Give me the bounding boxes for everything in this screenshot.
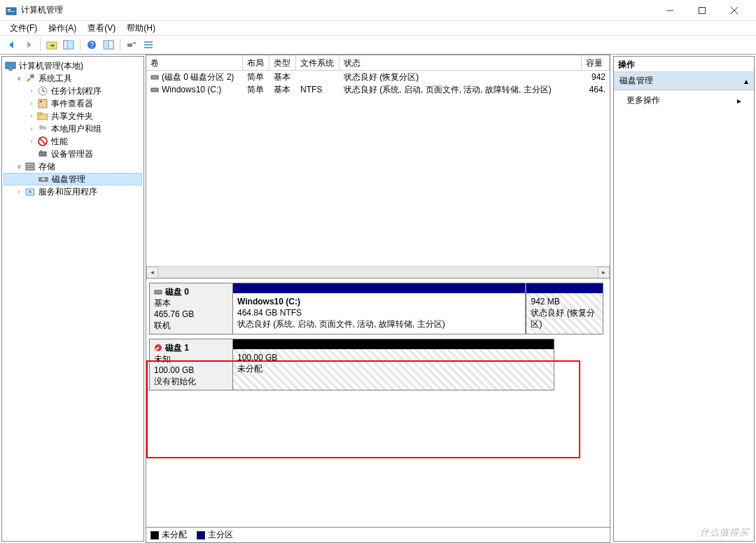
chevron-right-icon: ▸ — [737, 96, 741, 106]
volume-header[interactable]: 卷 布局 类型 文件系统 状态 容量 — [146, 55, 610, 71]
tree-system-tools[interactable]: ∨ 系统工具 — [4, 72, 142, 85]
menu-action[interactable]: 操作(A) — [43, 21, 82, 36]
col-layout[interactable]: 布局 — [243, 55, 270, 70]
svg-rect-13 — [108, 41, 113, 49]
expand-icon[interactable]: › — [27, 125, 36, 133]
actions-panel: 操作 磁盘管理 ▴ 更多操作 ▸ — [613, 56, 755, 542]
menu-view[interactable]: 查看(V) — [82, 21, 121, 36]
tree-task-scheduler[interactable]: › 任务计划程序 — [4, 85, 142, 97]
svg-point-30 — [43, 127, 47, 130]
collapse-icon[interactable]: ∨ — [15, 74, 23, 83]
svg-point-21 — [30, 74, 34, 78]
expand-icon[interactable]: › — [27, 87, 36, 95]
users-icon — [37, 123, 48, 134]
action-more-label: 更多操作 — [626, 94, 660, 106]
col-volume[interactable]: 卷 — [146, 55, 243, 70]
tree-label: 系统工具 — [38, 73, 72, 85]
action-more[interactable]: 更多操作 ▸ — [614, 90, 754, 111]
tree[interactable]: 计算机管理(本地) ∨ 系统工具 › 任务计划程序 › 事件查看器 › 共享文件… — [2, 57, 144, 201]
volume-list[interactable]: 卷 布局 类型 文件系统 状态 容量 (磁盘 0 磁盘分区 2)简单基本状态良好… — [146, 55, 610, 278]
disk-icon — [38, 174, 49, 185]
tree-label: 服务和应用程序 — [38, 186, 97, 198]
minimize-button[interactable] — [654, 0, 686, 21]
disk-row: 磁盘 0基本465.76 GB联机Windows10 (C:)464.84 GB… — [149, 283, 607, 334]
collapse-icon[interactable]: ∨ — [15, 162, 23, 171]
disk-layout: Windows10 (C:)464.84 GB NTFS状态良好 (系统, 启动… — [232, 283, 603, 334]
swatch-primary — [197, 531, 205, 540]
volume-row[interactable]: Windows10 (C:)简单基本NTFS状态良好 (系统, 启动, 页面文件… — [146, 83, 610, 96]
partition[interactable]: Windows10 (C:)464.84 GB NTFS状态良好 (系统, 启动… — [232, 283, 526, 334]
svg-rect-2 — [8, 11, 15, 12]
actions-header: 操作 — [614, 57, 754, 72]
disk-info[interactable]: 磁盘 1未知100.00 GB没有初始化 — [149, 339, 233, 390]
expand-icon[interactable]: › — [27, 99, 36, 108]
help-button[interactable]: ? — [84, 37, 99, 52]
tree-root[interactable]: 计算机管理(本地) — [4, 59, 142, 72]
properties-button[interactable] — [101, 37, 116, 52]
refresh-button[interactable] — [124, 37, 139, 52]
up-button[interactable] — [44, 37, 59, 52]
list-button[interactable] — [141, 37, 156, 52]
svg-rect-9 — [64, 41, 67, 49]
tools-icon — [24, 73, 36, 84]
partition[interactable]: 942 MB状态良好 (恢复分区) — [526, 283, 603, 334]
tree-device-manager[interactable]: 设备管理器 — [4, 148, 142, 160]
expand-icon[interactable]: › — [15, 188, 23, 196]
disk-row: 磁盘 1未知100.00 GB没有初始化100.00 GB未分配 — [149, 339, 607, 390]
forward-button[interactable] — [21, 37, 36, 52]
svg-point-38 — [42, 178, 45, 181]
volume-scrollbar[interactable]: ◄ ► — [146, 266, 610, 278]
tree-event-viewer[interactable]: › 事件查看器 — [4, 97, 142, 110]
blank-icon — [27, 150, 36, 158]
tree-local-users[interactable]: › 本地用户和组 — [4, 122, 142, 135]
expand-icon[interactable]: › — [27, 137, 36, 146]
tree-storage[interactable]: ∨ 存储 — [4, 160, 142, 173]
body: 计算机管理(本地) ∨ 系统工具 › 任务计划程序 › 事件查看器 › 共享文件… — [0, 55, 756, 543]
computer-icon — [5, 60, 16, 71]
svg-rect-15 — [133, 42, 136, 44]
svg-rect-43 — [155, 290, 162, 294]
col-type[interactable]: 类型 — [270, 55, 296, 70]
svg-rect-14 — [127, 43, 132, 47]
volume-row[interactable]: (磁盘 0 磁盘分区 2)简单基本状态良好 (恢复分区)942 — [146, 71, 610, 83]
tree-label: 任务计划程序 — [51, 85, 102, 97]
volume-rows: (磁盘 0 磁盘分区 2)简单基本状态良好 (恢复分区)942Windows10… — [146, 71, 610, 96]
col-capacity[interactable]: 容量 — [582, 55, 610, 70]
svg-rect-4 — [699, 7, 706, 13]
back-button[interactable] — [4, 37, 20, 52]
tree-performance[interactable]: › 性能 — [4, 135, 142, 148]
tree-services[interactable]: › 服务和应用程序 — [4, 185, 142, 198]
svg-rect-34 — [41, 150, 42, 152]
actions-section[interactable]: 磁盘管理 ▴ — [614, 72, 754, 90]
col-status[interactable]: 状态 — [340, 55, 582, 70]
folder-icon — [37, 111, 48, 122]
show-hide-tree-button[interactable] — [61, 37, 76, 52]
menu-help[interactable]: 帮助(H) — [121, 21, 161, 36]
titlebar: 计算机管理 — [0, 0, 756, 21]
actions-section-label: 磁盘管理 — [620, 75, 653, 87]
close-button[interactable] — [718, 0, 750, 21]
tree-panel: 计算机管理(本地) ∨ 系统工具 › 任务计划程序 › 事件查看器 › 共享文件… — [1, 56, 144, 542]
window-title: 计算机管理 — [21, 4, 654, 16]
menu-file[interactable]: 文件(F) — [4, 21, 43, 36]
scroll-left-button[interactable]: ◄ — [146, 267, 158, 278]
svg-rect-41 — [151, 76, 158, 79]
expand-icon[interactable]: › — [27, 112, 36, 120]
performance-icon — [37, 136, 48, 147]
svg-rect-19 — [6, 62, 15, 69]
window-controls — [654, 0, 750, 21]
tree-label: 本地用户和组 — [51, 123, 102, 135]
partition[interactable]: 100.00 GB未分配 — [232, 339, 554, 390]
col-fs[interactable]: 文件系统 — [296, 55, 340, 70]
maximize-button[interactable] — [686, 0, 718, 21]
svg-line-32 — [40, 139, 46, 144]
tree-disk-management[interactable]: 磁盘管理 — [4, 173, 142, 185]
scroll-right-button[interactable]: ► — [598, 267, 610, 278]
tree-shared-folders[interactable]: › 共享文件夹 — [4, 110, 142, 122]
event-icon — [37, 98, 48, 109]
svg-rect-26 — [40, 101, 42, 102]
tree-label: 性能 — [51, 136, 68, 148]
disk-info[interactable]: 磁盘 0基本465.76 GB联机 — [149, 283, 233, 334]
scroll-track[interactable] — [158, 267, 598, 278]
svg-rect-17 — [144, 44, 153, 45]
